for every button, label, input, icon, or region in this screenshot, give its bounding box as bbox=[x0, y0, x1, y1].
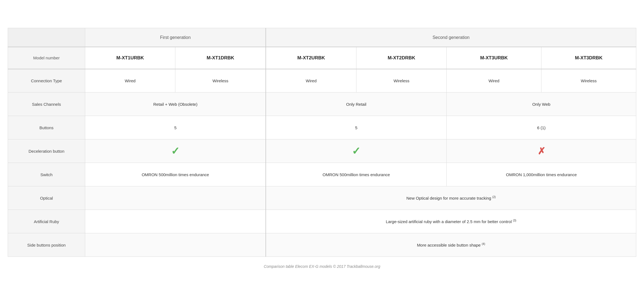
cell-gen1-switch: OMRON 500million times endurance bbox=[85, 163, 266, 186]
cell-gen2b-sales: Only Web bbox=[447, 92, 636, 116]
label-side-buttons: Side buttons position bbox=[8, 233, 85, 257]
label-sales-channels: Sales Channels bbox=[8, 92, 85, 116]
model-xt2d: M-XT2DRBK bbox=[356, 47, 447, 69]
row-connection-type: Connection Type Wired Wireless Wired Wir… bbox=[8, 69, 636, 92]
footer-caption: Comparison table Elecom EX-G models © 20… bbox=[8, 257, 636, 276]
cell-gen1-decel: ✓ bbox=[85, 139, 266, 163]
cell-gen2a-sales: Only Retail bbox=[266, 92, 447, 116]
cell-gen2-ruby: Large-sized artificial ruby with a diame… bbox=[266, 210, 636, 233]
cell-xt1u-connection: Wired bbox=[85, 69, 175, 92]
cell-xt2d-connection: Wireless bbox=[356, 69, 447, 92]
model-xt3u: M-XT3URBK bbox=[447, 47, 541, 69]
model-xt2u: M-XT2URBK bbox=[266, 47, 356, 69]
page-wrapper: TRACKBALL MOUSE TRACKBALL MOUSE First ge… bbox=[0, 0, 644, 304]
label-buttons: Buttons bbox=[8, 116, 85, 139]
gen-header-first: First generation bbox=[85, 28, 266, 47]
label-artificial-ruby: Artificial Ruby bbox=[8, 210, 85, 233]
row-artificial-ruby: Artificial Ruby Large-sized artificial r… bbox=[8, 210, 636, 233]
cell-gen2a-decel: ✓ bbox=[266, 139, 447, 163]
cross-icon-gen2b: ✗ bbox=[538, 146, 545, 156]
cell-gen2a-buttons: 5 bbox=[266, 116, 447, 139]
gen-header-empty-cell bbox=[8, 28, 85, 47]
model-header-row: Model number M-XT1URBK M-XT1DRBK M-XT2UR… bbox=[8, 47, 636, 69]
label-connection-type: Connection Type bbox=[8, 69, 85, 92]
cell-gen2b-buttons: 6 (1) bbox=[447, 116, 636, 139]
cell-gen2-side: More accessible side button shape (4) bbox=[266, 233, 636, 257]
label-switch: Switch bbox=[8, 163, 85, 186]
row-buttons: Buttons 5 5 6 (1) bbox=[8, 116, 636, 139]
model-xt3d: M-XT3DRBK bbox=[541, 47, 636, 69]
generation-header-row: First generation Second generation bbox=[8, 28, 636, 47]
cell-xt2u-connection: Wired bbox=[266, 69, 356, 92]
row-deceleration: Deceleration button ✓ ✓ ✗ bbox=[8, 139, 636, 163]
check-icon-gen1: ✓ bbox=[171, 145, 180, 157]
cell-xt1d-connection: Wireless bbox=[175, 69, 266, 92]
cell-gen1-buttons: 5 bbox=[85, 116, 266, 139]
model-xt1u: M-XT1URBK bbox=[85, 47, 175, 69]
row-optical: Optical New Optical design for more accu… bbox=[8, 186, 636, 210]
cell-gen2b-decel: ✗ bbox=[447, 139, 636, 163]
comparison-table: First generation Second generation Model… bbox=[8, 28, 636, 276]
row-side-buttons: Side buttons position More accessible si… bbox=[8, 233, 636, 257]
model-xt1d: M-XT1DRBK bbox=[175, 47, 266, 69]
row-sales-channels: Sales Channels Retail + Web (Obsolete) O… bbox=[8, 92, 636, 116]
label-deceleration: Deceleration button bbox=[8, 139, 85, 163]
check-icon-gen2a: ✓ bbox=[352, 145, 361, 157]
cell-xt3d-connection: Wireless bbox=[541, 69, 636, 92]
cell-gen2-optical: New Optical design for more accurate tra… bbox=[266, 186, 636, 210]
footer-row: Comparison table Elecom EX-G models © 20… bbox=[8, 257, 636, 276]
cell-xt3u-connection: Wired bbox=[447, 69, 541, 92]
cell-gen1-optical bbox=[85, 186, 266, 210]
cell-gen1-ruby bbox=[85, 210, 266, 233]
cell-gen2b-switch: OMRON 1,000million times endurance bbox=[447, 163, 636, 186]
gen-header-second: Second generation bbox=[266, 28, 636, 47]
model-row-label: Model number bbox=[8, 47, 85, 69]
cell-gen2a-switch: OMRON 500million times endurance bbox=[266, 163, 447, 186]
cell-gen1-sales: Retail + Web (Obsolete) bbox=[85, 92, 266, 116]
cell-gen1-side bbox=[85, 233, 266, 257]
label-optical: Optical bbox=[8, 186, 85, 210]
row-switch: Switch OMRON 500million times endurance … bbox=[8, 163, 636, 186]
